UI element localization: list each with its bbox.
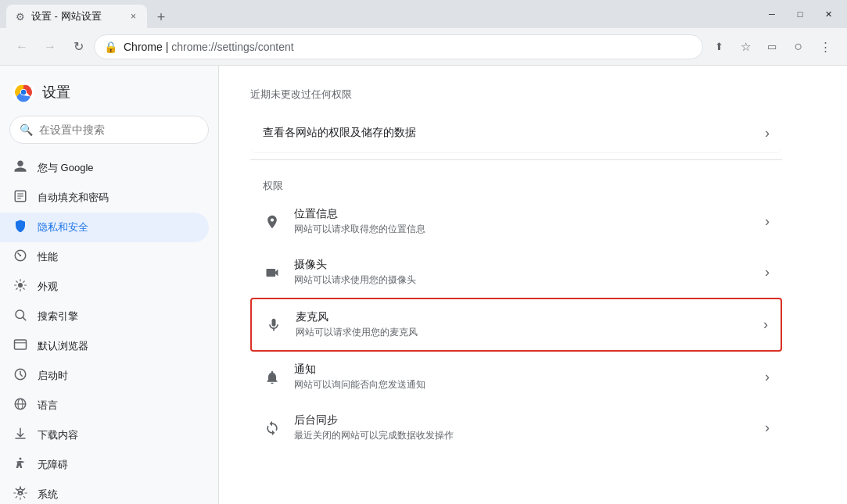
background-sync-icon (263, 419, 282, 438)
microphone-title: 麦克风 (296, 310, 751, 324)
all-sites-arrow: › (765, 125, 770, 141)
sidebar-toggle-button[interactable]: ▭ (759, 34, 784, 59)
share-button[interactable]: ⬆ (706, 34, 731, 59)
location-icon (263, 213, 282, 231)
recent-note: 近期未更改过任何权限 (250, 81, 782, 114)
window-controls: ─ □ ✕ (759, 0, 841, 28)
microphone-subtitle: 网站可以请求使用您的麦克风 (296, 326, 751, 339)
profile-button[interactable]: ○ (786, 34, 811, 59)
svg-point-20 (20, 458, 22, 460)
microphone-icon (264, 316, 283, 334)
camera-subtitle: 网站可以请求使用您的摄像头 (294, 273, 752, 287)
search-bar[interactable]: 🔍 (9, 116, 209, 144)
sidebar-item-privacy-label: 隐私和安全 (38, 220, 88, 234)
sidebar-item-google-label: 您与 Google (38, 161, 94, 175)
star-icon: ☆ (741, 40, 751, 54)
sidebar-item-privacy[interactable]: 隐私和安全 (0, 213, 209, 242)
camera-arrow: › (765, 264, 770, 281)
notification-title: 通知 (294, 363, 752, 377)
all-sites-title: 查看各网站的权限及储存的数据 (263, 126, 752, 140)
sidebar-item-language[interactable]: 语言 (0, 391, 209, 420)
menu-icon: ⋮ (820, 40, 831, 54)
minimize-button[interactable]: ─ (759, 6, 784, 22)
sidebar-item-system[interactable]: 系统 (0, 480, 209, 504)
system-icon (13, 486, 28, 503)
tab-close-button[interactable]: × (129, 9, 138, 23)
person-icon (13, 159, 28, 177)
sidebar-item-accessibility-label: 无障碍 (38, 458, 68, 472)
sidebar-item-autofill-label: 自动填充和密码 (38, 191, 109, 205)
permissions-label: 权限 (250, 166, 782, 196)
sidebar-item-startup-label: 启动时 (38, 369, 68, 383)
sidebar-item-search-label: 搜索引擎 (38, 309, 78, 323)
chrome-logo (13, 81, 34, 103)
settings-title: 设置 (42, 83, 70, 102)
background-sync-row[interactable]: 后台同步 最近关闭的网站可以完成数据收发操作 › (250, 402, 782, 453)
shield-icon (13, 219, 28, 236)
notification-text: 通知 网站可以询问能否向您发送通知 (294, 363, 752, 391)
tab-settings-icon: ⚙ (16, 11, 25, 23)
camera-icon (263, 263, 282, 282)
sidebar-item-performance-label: 性能 (38, 250, 58, 264)
all-sites-text: 查看各网站的权限及储存的数据 (263, 126, 752, 141)
svg-point-3 (21, 90, 26, 95)
close-window-button[interactable]: ✕ (816, 6, 841, 22)
camera-row[interactable]: 摄像头 网站可以请求使用您的摄像头 › (250, 247, 782, 298)
notification-icon (263, 368, 282, 387)
sidebar-item-autofill[interactable]: 自动填充和密码 (0, 183, 209, 213)
content-area: 近期未更改过任何权限 查看各网站的权限及储存的数据 › 权限 位置信息 (219, 66, 847, 504)
tab-bar: ⚙ 设置 - 网站设置 × + (6, 0, 172, 28)
sidebar-item-accessibility[interactable]: 无障碍 (0, 450, 209, 480)
location-row[interactable]: 位置信息 网站可以请求取得您的位置信息 › (250, 196, 782, 247)
maximize-button[interactable]: □ (788, 6, 813, 22)
address-bar[interactable]: 🔒 Chrome | chrome://settings/content (94, 34, 703, 59)
location-arrow: › (765, 213, 770, 230)
sidebar-item-browser[interactable]: 默认浏览器 (0, 331, 209, 361)
sidebar-item-download[interactable]: 下载内容 (0, 420, 209, 450)
microphone-row[interactable]: 麦克风 网站可以请求使用您的麦克风 › (250, 298, 782, 352)
refresh-icon: ↻ (74, 39, 84, 54)
refresh-button[interactable]: ↻ (66, 34, 91, 59)
location-subtitle: 网站可以请求取得您的位置信息 (294, 223, 752, 236)
svg-rect-13 (15, 340, 27, 349)
back-button[interactable]: ← (9, 34, 34, 59)
forward-icon: → (44, 40, 56, 54)
all-sites-row[interactable]: 查看各网站的权限及储存的数据 › (250, 114, 782, 153)
notification-subtitle: 网站可以询问能否向您发送通知 (294, 378, 752, 391)
performance-icon (13, 248, 28, 266)
search-icon: 🔍 (20, 123, 33, 136)
nav-right-buttons: ⬆ ☆ ▭ ○ ⋮ (706, 34, 838, 59)
active-tab[interactable]: ⚙ 设置 - 网站设置 × (6, 5, 147, 28)
sidebar-item-browser-label: 默认浏览器 (38, 339, 88, 353)
main-layout: 设置 🔍 您与 Google 自动填充和密码 隐私和安全 (0, 66, 847, 504)
bookmark-button[interactable]: ☆ (733, 34, 758, 59)
address-text: Chrome | chrome://settings/content (124, 41, 693, 53)
svg-line-12 (23, 317, 25, 320)
sidebar-item-language-label: 语言 (38, 399, 58, 413)
forward-button[interactable]: → (38, 34, 63, 59)
background-sync-arrow: › (765, 420, 770, 436)
sidebar-item-search[interactable]: 搜索引擎 (0, 302, 209, 331)
search-input[interactable] (39, 123, 199, 136)
background-sync-subtitle: 最近关闭的网站可以完成数据收发操作 (294, 429, 752, 442)
settings-header: 设置 (0, 75, 218, 116)
search-engine-icon (13, 308, 28, 325)
back-icon: ← (16, 40, 28, 54)
svg-point-9 (20, 255, 21, 256)
address-separator: | (163, 41, 171, 53)
sidebar-item-google[interactable]: 您与 Google (0, 153, 209, 183)
address-domain: Chrome (124, 41, 163, 53)
default-browser-icon (13, 338, 28, 355)
sidebar-item-appearance[interactable]: 外观 (0, 272, 209, 302)
new-tab-button[interactable]: + (150, 6, 172, 28)
menu-button[interactable]: ⋮ (813, 34, 838, 59)
sidebar-item-performance[interactable]: 性能 (0, 242, 209, 272)
sidebar-item-startup[interactable]: 启动时 (0, 361, 209, 391)
notification-arrow: › (765, 369, 770, 385)
notification-row[interactable]: 通知 网站可以询问能否向您发送通知 › (250, 352, 782, 402)
svg-point-10 (18, 283, 23, 288)
background-sync-title: 后台同步 (294, 413, 752, 427)
profile-icon: ○ (795, 38, 803, 55)
tab-title: 设置 - 网站设置 (31, 9, 123, 23)
background-sync-text: 后台同步 最近关闭的网站可以完成数据收发操作 (294, 413, 752, 442)
